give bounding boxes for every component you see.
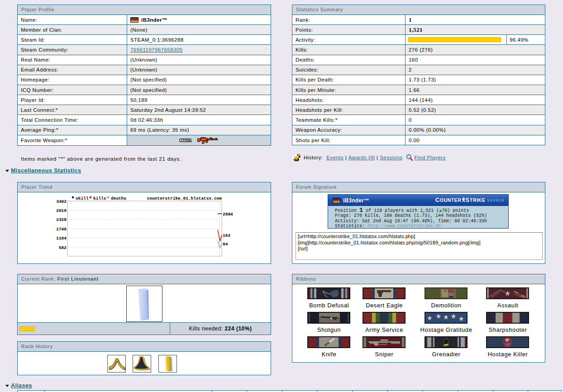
svg-text:1746: 1746 xyxy=(56,227,67,232)
svg-text:deaths: deaths xyxy=(111,196,127,201)
svg-text:94: 94 xyxy=(223,242,228,247)
svg-text:kills: kills xyxy=(93,196,106,201)
svg-text:2328: 2328 xyxy=(56,217,67,222)
svg-text:skill: skill xyxy=(76,196,89,201)
svg-text:162: 162 xyxy=(223,233,230,238)
svg-text:2684: 2684 xyxy=(223,212,233,217)
svg-text:1164: 1164 xyxy=(56,236,67,241)
svg-text:counterstrike_01.hlstatsx.com: counterstrike_01.hlstatsx.com xyxy=(147,196,222,201)
svg-text:582: 582 xyxy=(59,245,67,250)
svg-text:3492: 3492 xyxy=(56,199,67,204)
svg-text:2910: 2910 xyxy=(56,208,67,213)
